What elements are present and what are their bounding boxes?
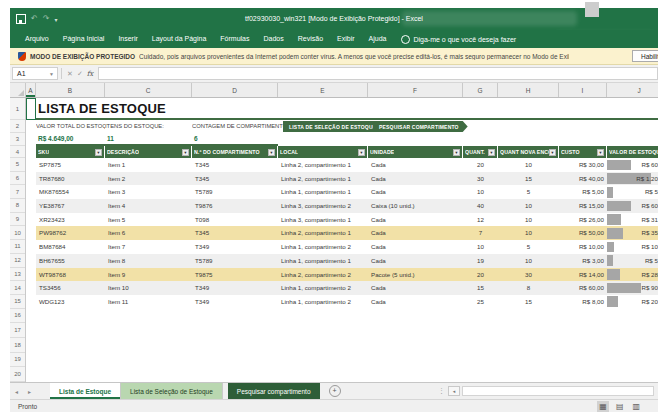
name-box[interactable]: A1 ▼ [12,67,58,80]
row-header-5[interactable]: 5 [10,158,25,172]
enable-editing-button[interactable]: Habilitar Edição [632,50,658,62]
cell-valor[interactable]: R$ 350,00 [607,226,658,240]
filter-dropdown-icon[interactable]: ▾ [268,149,275,156]
cell-nova_encomenda[interactable]: 10 [498,199,559,213]
sheet-nav-right-icon[interactable]: ▸ [23,388,36,395]
row-header-18[interactable]: 18 [10,338,25,353]
cell-descricao[interactable]: Item 6 [105,226,192,240]
cell-compartimento[interactable]: T349 [192,295,278,309]
cell-compartimento[interactable]: T345 [192,158,278,172]
cell-compartimento[interactable]: T5789 [192,254,278,268]
scrollbar-resize-dots[interactable]: ⋮ [438,387,446,395]
pick-list-nav-button[interactable]: LISTA DE SELEÇÃO DE ESTOQUE [283,121,385,132]
normal-view-icon[interactable]: ▦ [597,401,609,412]
cell-nova_encomenda[interactable]: 15 [498,295,559,309]
cell-nova_encomenda[interactable]: 5 [498,185,559,199]
filter-dropdown-icon[interactable]: ▾ [597,149,604,156]
cell-quant[interactable]: 40 [463,199,498,213]
cell-descricao[interactable]: Item 3 [105,185,192,199]
formula-input[interactable] [98,67,658,80]
cell-custo[interactable]: R$ 30,00 [559,158,607,172]
cell-nova_encomenda[interactable]: 10 [498,254,559,268]
cancel-icon[interactable]: ✕ [65,70,75,78]
cell-descricao[interactable]: Item 7 [105,240,192,254]
filter-dropdown-icon[interactable]: ▾ [182,149,189,156]
cell-custo[interactable]: R$ 8,00 [559,295,607,309]
row-header-10[interactable]: 10 [10,226,25,240]
column-header-D[interactable]: D [192,83,278,97]
ribbon-tab-ajuda[interactable]: Ajuda [362,30,394,48]
row-header-2[interactable]: 2 [10,120,25,133]
cell-unidade[interactable]: Cada [368,158,463,172]
cell-descricao[interactable]: Item 8 [105,254,192,268]
cell-local[interactable]: Linha 2, compartimento 1 [278,172,368,186]
sheet-nav-left-icon[interactable]: ◂ [10,388,23,395]
column-header-B[interactable]: B [36,83,105,97]
ribbon-tab-página-inicial[interactable]: Página Inicial [56,30,112,48]
cell-sku[interactable]: TR87680 [36,172,105,186]
column-header-G[interactable]: G [463,83,498,97]
cell-descricao[interactable]: Item 2 [105,172,192,186]
row-header-6[interactable]: 6 [10,172,25,186]
cell-compartimento[interactable]: T098 [192,213,278,227]
cell-unidade[interactable]: Caixa (10 unid.) [368,199,463,213]
sheet-tab-lista-de-estoque[interactable]: Lista de Estoque [50,383,121,399]
row-header-11[interactable]: 11 [10,240,25,254]
cell-sku[interactable]: BM87684 [36,240,105,254]
cell-unidade[interactable]: Cada [368,185,463,199]
ribbon-tab-exibir[interactable]: Exibir [330,30,362,48]
cell-compartimento[interactable]: T9876 [192,199,278,213]
row-header-20[interactable]: 20 [10,367,25,382]
cell-local[interactable]: Linha 3, compartimento 2 [278,199,368,213]
enter-icon[interactable]: ✓ [75,70,85,78]
cell-valor[interactable]: R$ 600,00 [607,199,658,213]
ribbon-tab-layout-da-página[interactable]: Layout da Página [145,30,214,48]
cell-nova_encomenda[interactable]: 10 [498,226,559,240]
cell-unidade[interactable]: Cada [368,240,463,254]
row-header-17[interactable]: 17 [10,323,25,338]
row-header-13[interactable]: 13 [10,268,25,282]
horizontal-scrollbar[interactable] [462,386,654,396]
cell-quant[interactable]: 30 [463,172,498,186]
row-header-1[interactable]: 1 [10,98,25,120]
row-header-4[interactable]: 4 [10,146,25,158]
cell-quant[interactable]: 10 [463,185,498,199]
cell-custo[interactable]: R$ 15,00 [559,199,607,213]
cell-quant[interactable]: 20 [463,268,498,282]
ribbon-tab-arquivo[interactable]: Arquivo [18,30,56,48]
cell-custo[interactable]: R$ 50,00 [559,226,607,240]
new-sheet-button[interactable]: + [329,385,341,397]
sheet-tab-pesquisar-compartimento[interactable]: Pesquisar compartimento [228,383,320,399]
bin-lookup-nav-button[interactable]: PESQUISAR COMPARTIMENTO [373,121,468,132]
table-header-compartimento[interactable]: N.º DO COMPARTIMENTO▾ [192,146,278,158]
table-header-quant[interactable]: QUANT.▾ [463,146,498,158]
cell-descricao[interactable]: Item 10 [105,281,192,295]
row-header-15[interactable]: 15 [10,295,25,309]
cell-nova_encomenda[interactable]: 10 [498,213,559,227]
cell-sku[interactable]: BH67655 [36,254,105,268]
table-header-local[interactable]: LOCAL▾ [278,146,368,158]
cell-sku[interactable]: WT98768 [36,268,105,282]
row-header-12[interactable]: 12 [10,254,25,268]
table-header-unidade[interactable]: UNIDADE▾ [368,146,463,158]
cell-sku[interactable]: WDG123 [36,295,105,309]
cell-quant[interactable]: 7 [463,226,498,240]
column-header-H[interactable]: H [498,83,559,97]
cell-valor[interactable]: R$ 1.200,00 [607,172,658,186]
cell-compartimento[interactable]: T349 [192,240,278,254]
cell-valor[interactable]: R$ 200,00 [607,295,658,309]
row-header-19[interactable]: 19 [10,353,25,368]
hscroll-left-icon[interactable]: ◂ [448,386,460,396]
column-header-E[interactable]: E [278,83,368,97]
cell-unidade[interactable]: Cada [368,295,463,309]
row-header-16[interactable]: 16 [10,309,25,324]
cell-descricao[interactable]: Item 9 [105,268,192,282]
cell-local[interactable]: Linha 2, compartimento 2 [278,268,368,282]
cell-compartimento[interactable]: T345 [192,226,278,240]
tell-me-box[interactable]: Diga-me o que você deseja fazer [401,35,516,44]
cell-sku[interactable]: XR23423 [36,213,105,227]
cell-custo[interactable]: R$ 5,00 [559,185,607,199]
table-header-custo[interactable]: CUSTO▾ [559,146,607,158]
cell-custo[interactable]: R$ 10,00 [559,240,607,254]
cell-unidade[interactable]: Cada [368,213,463,227]
